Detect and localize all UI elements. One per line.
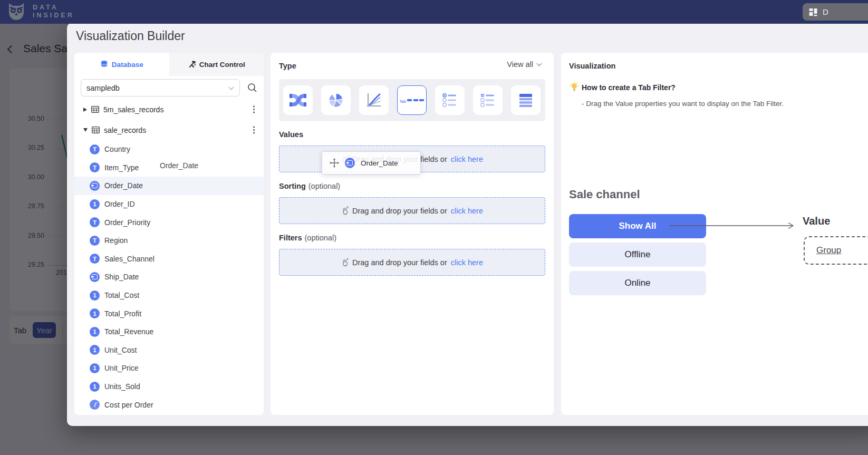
- caret-right-icon[interactable]: [83, 108, 87, 112]
- date-type-icon: [90, 272, 100, 282]
- field-row[interactable]: Sales_Channel: [74, 250, 264, 268]
- database-panel: Database Chart Control sampledb: [74, 53, 264, 415]
- sorting-section-label: Sorting: [279, 182, 306, 190]
- preview-chart-title: Sale channel: [569, 188, 640, 201]
- field-label: Sales_Channel: [104, 255, 155, 263]
- kebab-menu-icon[interactable]: [253, 129, 255, 131]
- field-row-dragging[interactable]: Order_Date: [74, 177, 264, 195]
- number-type-icon: [90, 327, 100, 337]
- dropzone-click-here-link[interactable]: click here: [451, 207, 483, 215]
- chart-type-checkbox-list[interactable]: [473, 85, 503, 115]
- sorting-dropzone[interactable]: Drag and drop your fields or click here: [279, 197, 545, 224]
- lightbulb-icon: [569, 82, 580, 92]
- date-type-icon: [90, 181, 100, 191]
- text-type-icon: [90, 236, 100, 246]
- text-type-icon: [90, 254, 100, 264]
- field-label: Units_Sold: [104, 382, 140, 391]
- field-label: Country: [104, 145, 130, 153]
- filters-dropzone[interactable]: Drag and drop your fields or click here: [279, 249, 545, 276]
- group-annotation-link[interactable]: Group: [816, 245, 841, 256]
- field-row[interactable]: Region: [74, 231, 264, 250]
- kebab-menu-icon[interactable]: [253, 109, 255, 110]
- number-type-icon: [90, 382, 100, 392]
- table-name: 5m_sales_records: [103, 105, 163, 114]
- field-row[interactable]: Order_ID: [74, 195, 264, 214]
- dashboard-button[interactable]: D: [803, 3, 868, 21]
- field-row[interactable]: Ship_Date: [74, 268, 264, 286]
- dropzone-click-here-link[interactable]: click here: [451, 155, 483, 163]
- chart-type-tab-filter[interactable]: [397, 85, 427, 115]
- date-type-icon: [345, 158, 355, 168]
- field-label: Unit_Price: [104, 364, 139, 372]
- field-row[interactable]: Order_Priority: [74, 213, 264, 231]
- text-type-icon: [90, 162, 100, 172]
- left-panel-tabs: Database Chart Control: [74, 53, 264, 76]
- values-section-label: Values: [279, 130, 303, 139]
- field-row[interactable]: Unit_Cost: [74, 341, 264, 360]
- chevron-down-icon: [537, 61, 542, 66]
- preview-online-button[interactable]: Online: [569, 271, 706, 295]
- app-logo[interactable]: DATA INSIDER: [6, 2, 74, 22]
- optional-suffix: (optional): [305, 234, 336, 242]
- visualization-title: Visualization: [569, 62, 615, 70]
- logo-line-1: DATA: [33, 4, 74, 12]
- drag-ghost-text: Order_Date: [160, 161, 198, 170]
- database-icon: [100, 60, 108, 69]
- filters-section-label: Filters: [279, 234, 302, 242]
- field-row[interactable]: Total_Profit: [74, 304, 264, 323]
- chart-type-sankey[interactable]: [283, 85, 313, 115]
- datasource-select[interactable]: sampledb: [81, 79, 240, 96]
- hint-body: - Drag the Value properties you want to …: [582, 100, 784, 108]
- search-button[interactable]: [247, 83, 257, 93]
- field-label: Ship_Date: [104, 273, 139, 281]
- field-label: Unit_Cost: [104, 346, 137, 354]
- field-row[interactable]: Unit_Price: [74, 359, 264, 377]
- caret-down-icon[interactable]: [83, 128, 88, 132]
- field-row[interactable]: Total_Cost: [74, 286, 264, 305]
- drag-chip[interactable]: Order_Date: [322, 151, 421, 175]
- field-row[interactable]: Country: [74, 140, 264, 159]
- field-row[interactable]: Cost per Order: [74, 395, 264, 414]
- hint-title: How to create a Tab Filter?: [582, 83, 676, 92]
- annotation-arrow-icon: [669, 221, 798, 230]
- field-row[interactable]: Total_Revenue: [74, 323, 264, 341]
- tab-database[interactable]: Database: [74, 53, 169, 76]
- number-type-icon: [90, 308, 100, 318]
- tools-icon: [188, 61, 196, 69]
- field-label: Order_Priority: [104, 218, 150, 227]
- line-chart-icon: [365, 91, 383, 109]
- tree-table-row[interactable]: sale_records: [74, 120, 264, 140]
- chevron-down-icon: [229, 85, 234, 90]
- field-label: Total_Revenue: [104, 327, 153, 336]
- chart-type-strip: [279, 79, 545, 121]
- sankey-icon: [288, 91, 307, 109]
- drag-hand-icon: [341, 258, 349, 267]
- dropzone-click-here-link[interactable]: click here: [451, 258, 483, 267]
- chart-type-table[interactable]: [511, 85, 541, 115]
- tab-filter-icon: [400, 95, 424, 105]
- number-type-icon: [90, 363, 100, 373]
- tree-table-row[interactable]: 5m_sales_records: [74, 99, 264, 120]
- chart-type-radio-list[interactable]: [435, 85, 465, 115]
- field-label: Item_Type: [104, 163, 139, 172]
- field-label: Region: [104, 236, 128, 245]
- text-type-icon: [90, 217, 100, 227]
- text-type-icon: [90, 144, 100, 154]
- pie-icon: [327, 91, 345, 109]
- chart-type-line[interactable]: [359, 85, 389, 115]
- table-chart-icon: [517, 91, 535, 109]
- preview-offline-button[interactable]: Offline: [569, 243, 706, 267]
- field-row[interactable]: Units_Sold: [74, 377, 264, 396]
- tab-chart-control[interactable]: Chart Control: [169, 53, 264, 76]
- field-label: Total_Cost: [104, 291, 139, 299]
- dashboard-icon: [808, 7, 818, 17]
- view-all-dropdown[interactable]: View all: [507, 60, 541, 69]
- field-label: Order_Date: [104, 181, 143, 190]
- modal-title: Visualization Builder: [76, 29, 185, 43]
- chart-type-pie[interactable]: [321, 85, 351, 115]
- field-label: Total_Profit: [104, 309, 141, 318]
- logo-line-2: INSIDER: [33, 12, 74, 20]
- field-label: Cost per Order: [104, 401, 153, 409]
- tab-database-label: Database: [112, 61, 143, 69]
- table-icon: [91, 106, 99, 113]
